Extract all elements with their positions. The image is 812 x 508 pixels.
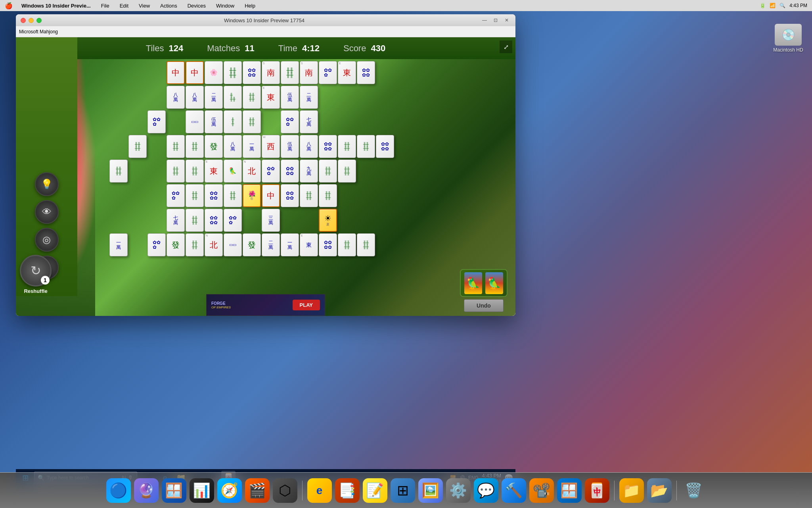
tile[interactable]: ╫╫╫╫ <box>338 160 356 183</box>
tile[interactable]: 一萬 <box>243 135 261 158</box>
tile[interactable]: 🦜 <box>224 160 242 183</box>
apple-menu[interactable]: 🍎 <box>5 2 13 10</box>
minimize-window-button[interactable] <box>29 18 34 23</box>
tile[interactable]: ✿✿✿✿ <box>281 160 299 183</box>
tile[interactable]: 中 <box>262 184 280 207</box>
external-drive[interactable]: 💿 Macintosh HD <box>772 24 804 53</box>
tile[interactable]: 發 <box>205 135 223 158</box>
dock-finder2[interactable]: 📂 <box>647 478 672 503</box>
tile[interactable]: ✿✿✿ <box>167 184 185 207</box>
tile[interactable]: ╫╫╫╫ <box>109 160 128 183</box>
menu-app-name[interactable]: Windows 10 Insider Previe... <box>20 2 92 10</box>
tile[interactable]: ╫╫╫╫ <box>243 110 261 133</box>
tile[interactable]: 八萬 <box>300 135 318 158</box>
focus-button[interactable]: ◎ <box>35 228 59 252</box>
tile[interactable]: ✿✿✿ <box>147 233 166 256</box>
eye-button[interactable]: 👁 <box>35 200 59 224</box>
tile[interactable]: 一萬 <box>109 233 128 256</box>
tile[interactable]: ✿✿✿ <box>281 110 299 133</box>
tile[interactable]: ✿✿✿✿ <box>281 184 299 207</box>
dock-skype[interactable]: 💬 <box>474 478 498 503</box>
tile[interactable]: ╫╫ <box>224 110 242 133</box>
menu-window[interactable]: Window <box>214 2 236 10</box>
tile[interactable]: ╫╫╫╫ <box>338 135 356 158</box>
win-close-button[interactable]: ✕ <box>503 17 511 23</box>
tile[interactable]: ✿✿✿ <box>262 160 280 183</box>
menubar-search[interactable]: 🔍 <box>779 3 785 8</box>
dock-notes[interactable]: 📝 <box>363 478 387 503</box>
tile[interactable]: 九萬 <box>300 160 318 183</box>
tile[interactable]: 發 <box>243 233 261 256</box>
tile[interactable]: 伍萬 <box>281 135 299 158</box>
tile[interactable]: E東 <box>205 160 223 183</box>
tile-summer[interactable]: ☀夏 <box>319 209 337 232</box>
tile[interactable]: 七萬 <box>167 209 185 232</box>
tile[interactable]: ╫╫╫╫ <box>128 135 147 158</box>
close-window-button[interactable] <box>21 18 26 23</box>
tile[interactable]: 🌸 <box>205 61 223 84</box>
tile[interactable]: ✿✿✿✿ <box>357 61 375 84</box>
dock-powerpoint[interactable]: 📑 <box>335 478 360 503</box>
fullscreen-button[interactable]: ⤢ <box>500 40 512 53</box>
tile[interactable]: ✿✿✿✿ <box>243 61 261 84</box>
tile[interactable]: ╫╫╫╫ <box>186 233 204 256</box>
menu-actions[interactable]: Actions <box>159 2 179 10</box>
tile[interactable]: 中 <box>167 61 185 84</box>
tile[interactable]: 伍萬 <box>205 110 223 133</box>
undo-button[interactable]: Undo <box>464 299 504 312</box>
reshuffle-button[interactable]: ↻ 1 <box>20 255 52 287</box>
tile[interactable]: ╫╫╫╫ <box>224 61 242 84</box>
tile[interactable]: ╫╫╫╫ <box>281 61 299 84</box>
tile[interactable]: ╫╫╫╫ <box>186 160 204 183</box>
tile[interactable]: ╫╫╫╫ <box>224 184 242 207</box>
tile[interactable]: ╫╫╫╫ <box>338 233 356 256</box>
tile[interactable]: N北 <box>243 160 261 183</box>
tile-flower[interactable]: 🌺春 <box>243 184 261 207</box>
tile[interactable]: ✿✿✿✿ <box>205 184 223 207</box>
tile[interactable]: ✿✿✿✿ <box>319 233 337 256</box>
tile[interactable]: ✿✿✿ <box>319 61 337 84</box>
tile[interactable]: 二萬 <box>300 86 318 109</box>
tile[interactable]: 三萬 <box>262 209 280 232</box>
tile[interactable]: ✿✿✿ <box>147 110 166 133</box>
dock-quicksilver[interactable]: ⬡ <box>273 478 297 503</box>
tile[interactable]: N北 <box>205 233 223 256</box>
tile[interactable]: 中 <box>186 61 204 84</box>
tile[interactable]: ✿✿✿✿ <box>319 135 337 158</box>
tile[interactable]: 八萬 <box>167 86 185 109</box>
tile[interactable]: E東 <box>262 86 280 109</box>
tile[interactable]: ✿✿✿✿ <box>205 209 223 232</box>
dock-win10[interactable]: 🪟 <box>557 478 582 503</box>
dock-safari[interactable]: 🧭 <box>217 478 242 503</box>
tile[interactable]: 一萬 <box>281 233 299 256</box>
tile[interactable]: 二萬 <box>262 233 280 256</box>
tile[interactable]: ╫╫╫ <box>224 86 242 109</box>
tile[interactable]: ╫╫╫╫ <box>243 86 261 109</box>
tile[interactable]: ╫╫╫╫ <box>319 160 337 183</box>
tile[interactable]: ✿✿✿✿ <box>376 135 394 158</box>
tile[interactable]: 八萬 <box>224 135 242 158</box>
tile[interactable]: ▭▭ <box>186 110 204 133</box>
tile[interactable]: 伍萬 <box>281 86 299 109</box>
dock-windows[interactable]: 🪟 <box>162 478 186 503</box>
tile[interactable]: ╫╫╫╫ <box>300 184 318 207</box>
dock-trash[interactable]: 🗑️ <box>682 478 706 503</box>
tile[interactable]: ╫╫╫╫ <box>186 209 204 232</box>
tile[interactable]: ╫╫╫╫ <box>357 233 375 256</box>
menu-view[interactable]: View <box>137 2 151 10</box>
tile[interactable]: ╫╫╫╫ <box>357 135 375 158</box>
tile[interactable]: S南 <box>262 61 280 84</box>
dock-mahjong[interactable]: 🀄 <box>585 478 609 503</box>
dock-file-mgr[interactable]: 📁 <box>619 478 644 503</box>
dock-sizer4[interactable]: ⊞ <box>391 478 415 503</box>
tile[interactable]: ╫╫╫╫ <box>167 160 185 183</box>
menu-file[interactable]: File <box>100 2 111 10</box>
dock-sysprefs[interactable]: ⚙️ <box>446 478 471 503</box>
dock-xcode[interactable]: 🔨 <box>502 478 526 503</box>
menu-edit[interactable]: Edit <box>118 2 130 10</box>
dock-preview[interactable]: 🖼️ <box>418 478 443 503</box>
tile[interactable]: 發 <box>167 233 185 256</box>
tile[interactable]: 二萬 <box>205 86 223 109</box>
hint-button[interactable]: 💡 <box>35 172 59 196</box>
win-restore-button[interactable]: ⊡ <box>492 17 500 23</box>
